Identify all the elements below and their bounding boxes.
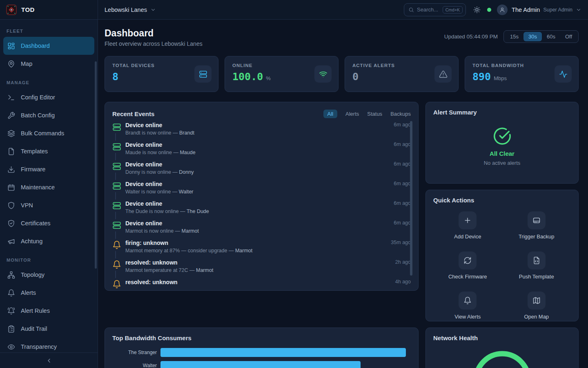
events-tab-alerts[interactable]: Alerts [345,110,359,118]
megaphone-icon [7,238,15,245]
event-row[interactable]: Device onlineThe Dude is now online — Th… [112,200,411,219]
refresh-option-off[interactable]: Off [560,32,577,41]
page-subtitle: Fleet overview across Lebowski Lanes [105,40,203,47]
wifi-icon [319,70,327,79]
event-row[interactable]: resolved: unknownMarmot temperature at 7… [112,258,411,278]
event-server-icon [112,219,121,231]
sidebar-item-vpn[interactable]: VPN [3,196,94,214]
sidebar-item-label: Alerts [21,289,36,296]
quick-action-iconbox [459,251,477,269]
sidebar-item-bulk-commands[interactable]: Bulk Commands [3,124,94,142]
content-grid: Recent Events AllAlertsStatusBackups Dev… [105,102,579,321]
bandwidth-bars: The Stranger Walter [112,348,411,368]
bandwidth-bar [160,348,406,357]
shield-icon [7,202,15,209]
bell-icon [463,296,472,305]
events-scrollbar[interactable] [410,121,412,276]
event-time: 2h ago [395,258,411,278]
event-title: Device online [125,180,389,188]
sidebar-item-dashboard[interactable]: Dashboard [3,37,94,55]
quick-actions-title: Quick Actions [433,197,474,204]
event-server-icon [112,200,121,212]
event-time: 6m ago [394,160,411,180]
theme-toggle-sun-icon[interactable] [473,6,481,13]
event-row[interactable]: resolved: unknown 4h ago [112,278,411,291]
map-icon [532,296,541,305]
calendar-icon [7,184,15,191]
sidebar-item-certificates[interactable]: Certificates [3,214,94,232]
sidebar-item-config-editor[interactable]: Config Editor [3,88,94,106]
refresh-option-15s[interactable]: 15s [505,32,523,41]
event-bell-icon [112,239,121,251]
clipboard-icon [7,325,15,333]
event-row[interactable]: firing: unknownMarmot memory at 87% — co… [112,239,411,258]
network-health-title: Network Health [433,334,478,341]
chevron-down-icon [150,7,156,13]
network-health-card: Network Health 100 [425,328,579,368]
sidebar-item-batch-config[interactable]: Batch Config [3,106,94,124]
quick-action-check-firmware[interactable]: Check Firmware [433,251,502,280]
event-row[interactable]: Device onlineMarmot is now online — Marm… [112,219,411,239]
quick-action-add-device[interactable]: Add Device [433,211,502,240]
shield-check-icon [7,220,15,227]
sidebar-item-templates[interactable]: Templates [3,142,94,160]
sidebar-item-label: VPN [21,202,33,209]
event-body: resolved: unknown [125,278,390,291]
stat-card-total-devices: TOTAL DEVICES 8 [105,56,218,92]
event-title: Device online [125,141,389,148]
refresh-option-60s[interactable]: 60s [542,32,560,41]
sidebar-item-achtung[interactable]: Achtung [3,232,94,250]
event-row[interactable]: Device onlineBrandt is now online — Bran… [112,121,411,141]
sidebar-nav: FLEETDashboardMapMANAGEConfig EditorBatc… [0,20,98,352]
topbar-main: Lebowski Lanes Cmd+K The Admin Super Adm… [98,0,588,19]
refresh-controls: Updated 05:44:09 PM 15s30s60sOff [444,30,579,43]
event-bell-icon [112,258,121,271]
stat-card-total-bandwidth: TOTAL BANDWIDTH 890 Mbps [465,56,579,92]
sidebar-item-topology[interactable]: Topology [3,266,94,284]
topology-icon [7,271,15,279]
quick-action-label: Open Map [524,314,549,320]
quick-action-push-template[interactable]: Push Template [502,251,571,280]
event-title: resolved: unknown [125,278,390,286]
quick-action-trigger-backup[interactable]: Trigger Backup [502,211,571,240]
sidebar-item-transparency[interactable]: Transparency [3,338,94,352]
stat-value: 0 [352,72,359,82]
sidebar-item-label: Config Editor [21,94,55,101]
sidebar-item-audit-trail[interactable]: Audit Trail [3,320,94,338]
sidebar-item-maintenance[interactable]: Maintenance [3,178,94,196]
event-row[interactable]: Device onlineWalter is now online — Walt… [112,180,411,200]
sidebar-item-label: Audit Trail [21,325,47,332]
org-switcher[interactable]: Lebowski Lanes [105,7,156,13]
sidebar-item-alerts[interactable]: Alerts [3,284,94,302]
quick-actions-grid: Add Device Trigger Backup Check Firmware… [433,211,571,320]
search-box[interactable]: Cmd+K [404,3,466,16]
events-tab-status[interactable]: Status [367,110,382,118]
quick-action-label: Trigger Backup [519,233,555,240]
quick-action-label: View Alerts [454,314,481,320]
sidebar-scrollbar[interactable] [95,61,97,269]
sidebar-collapse-button[interactable] [46,357,52,364]
event-detail: Donny is now online — Donny [125,169,389,175]
recent-events-card: Recent Events AllAlertsStatusBackups Dev… [105,102,419,291]
event-body: Device onlineMarmot is now online — Marm… [125,219,389,239]
event-time: 6m ago [394,200,411,219]
events-tab-all[interactable]: All [323,110,337,118]
sidebar-item-alert-rules[interactable]: Alert Rules [3,302,94,320]
topbar-right: Cmd+K The Admin Super Admin [404,3,581,16]
event-bell-icon [112,278,121,290]
search-input[interactable] [417,7,440,13]
event-row[interactable]: Device onlineDonny is now online — Donny… [112,160,411,180]
avatar[interactable] [497,4,508,15]
event-row[interactable]: Device onlineMaude is now online — Maude… [112,141,411,160]
plus-icon [463,216,472,224]
user-menu-chevron-icon[interactable] [576,7,581,13]
event-body: Device onlineWalter is now online — Walt… [125,180,389,200]
sidebar-item-firmware[interactable]: Firmware [3,160,94,178]
sidebar-item-map[interactable]: Map [3,55,94,73]
events-tab-backups[interactable]: Backups [390,110,411,118]
quick-action-view-alerts[interactable]: View Alerts [433,292,502,320]
page-header: Dashboard Fleet overview across Lebowski… [105,28,579,47]
refresh-option-30s[interactable]: 30s [523,32,542,41]
quick-action-open-map[interactable]: Open Map [502,292,571,320]
event-body: Device onlineBrandt is now online — Bran… [125,121,389,141]
